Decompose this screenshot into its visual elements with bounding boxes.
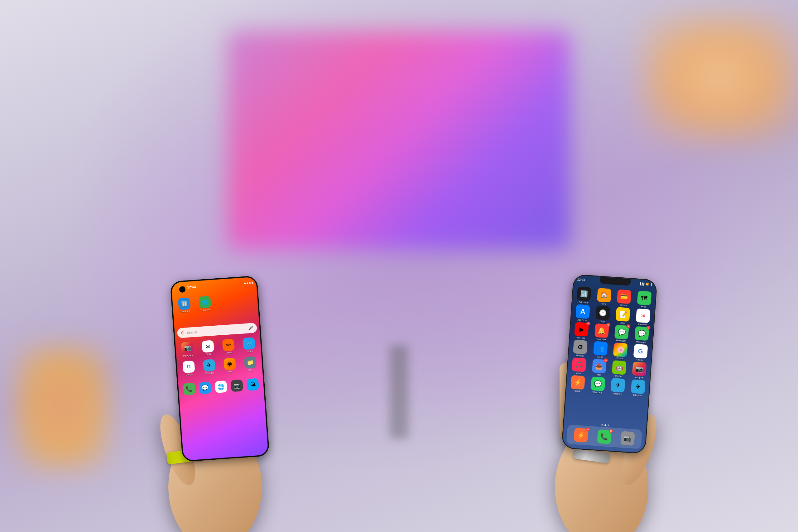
android-app-blur: ◉ Blur: [221, 358, 240, 373]
iphone-maps-label: Maps: [641, 305, 646, 308]
instagram-icon: 📷: [181, 342, 194, 354]
twitter-icon: 🐦: [243, 337, 255, 350]
iphone-notch: [600, 277, 631, 286]
android-app-files: 📁 Files: [241, 356, 260, 372]
messages-icon: 💬: [199, 381, 212, 394]
android-app-calculator: 🔢 Calculator: [175, 297, 194, 313]
iphone-stocard: 💳 Stocard: [614, 289, 634, 307]
reminders-badge: 85: [606, 323, 610, 327]
iphone-telegram2-label: Telegram: [633, 394, 642, 397]
iphone-calculator-label: Calculator: [578, 301, 589, 304]
iphone-maps: 🗺 Maps: [634, 290, 654, 308]
android-time: 12:33: [187, 285, 196, 289]
iphone-status-icons: ▐▐▐ 📶 🔋: [639, 282, 653, 286]
status-dot-4: [251, 282, 253, 283]
iphone-instagram: 📷 Instagram: [630, 362, 649, 379]
android-screen: 12:33 🔢 Calculator: [171, 277, 268, 461]
battery-icon: 🔋: [650, 283, 653, 286]
iphone-photos-icon: 🌸: [613, 343, 628, 357]
iphone-telegram-label: Telegram: [613, 392, 622, 395]
android-dock-weather: 🌤: [247, 378, 259, 391]
iphone-appstore-icon: A: [575, 304, 590, 319]
iphone-inbox: 📥 152 Inbox: [589, 359, 609, 377]
iphone-time: 12:33: [577, 278, 585, 282]
inbox-badge: 152: [604, 358, 608, 362]
iphone-dock-phone: 📞 14: [597, 430, 612, 444]
iphone-social-label: Social: [596, 356, 603, 358]
android-dock-messages: 💬: [199, 381, 212, 394]
google-icon: G: [182, 361, 195, 373]
iphone-whatsapp-icon: 💬: [591, 377, 605, 391]
iphone-calculator: 🔢 Calculator: [574, 286, 593, 304]
iphone-youtube-label: YouTube: [577, 336, 585, 339]
iphone-whatsapp: 💬 Whatsapp: [588, 377, 608, 394]
iphone-dock: ⚡ 114 📞 14 📷: [566, 424, 643, 449]
iphone-youtube-icon: ▶ 6: [574, 322, 589, 337]
iphone-google-icon: G: [633, 344, 648, 358]
weather-icon: 🌤: [247, 378, 259, 391]
iphone-droider-icon: 🤖: [612, 360, 627, 375]
iphone-reminders-label: Reminders: [596, 338, 606, 341]
iphone-settings: ⚙ Settings: [570, 339, 590, 357]
iphone-appstore-label: App Store: [577, 319, 587, 322]
iphone-reminders-icon: 🔔 85: [594, 323, 609, 338]
iphone-calendar-label: Calendar: [638, 323, 647, 326]
iphone-instagram-label: Instagram: [634, 376, 644, 379]
android-app-create: ✏ Create: [219, 339, 238, 354]
android-app-translator: 🌐 Translator: [195, 296, 214, 312]
iphone-settings-label: Settings: [576, 354, 584, 357]
iphone-settings-icon: ⚙: [573, 340, 588, 354]
dock-spark-badge: 114: [586, 427, 590, 431]
iphone-whatsapp-label: Whatsapp: [592, 391, 602, 394]
gmail-icon: ✉: [202, 340, 214, 353]
iphone-telegram-icon: ✈: [611, 378, 625, 393]
iphone-google: G Google: [631, 344, 650, 362]
dock-phone-badge: 14: [609, 429, 613, 433]
dock-phone-icon: 📞 14: [597, 430, 612, 444]
iphone-notes: 📝 Notes: [613, 307, 632, 325]
android-search-bar[interactable]: G Search 🎤: [177, 323, 258, 338]
files-label: Files: [248, 369, 253, 372]
dock-spark-icon: ⚡ 114: [574, 428, 589, 442]
page-dot-3: [608, 424, 609, 426]
iphone-dock-camera: 📷: [620, 431, 635, 446]
iphone-calculator-icon: 🔢: [577, 286, 591, 301]
android-content: 🔢 Calculator 🌐 Translator G Search: [172, 288, 268, 461]
left-hand-container: 12:33 🔢 Calculator: [150, 263, 281, 532]
android-app-twitter: 🐦 Twitter: [240, 337, 259, 353]
android-dock-phone: 📞: [183, 383, 196, 396]
iphone-droider: 🤖 Droider: [609, 360, 629, 378]
iphone-clock: 🕐 Clock: [593, 305, 612, 323]
iphone: 12:33 ▐▐▐ 📶 🔋 🔢 Calculator: [562, 274, 658, 454]
iphone-spark: ⚡ Spark: [568, 375, 588, 393]
android-app-gmail: ✉ Gmail: [198, 340, 217, 356]
iphone-telegram: ✈ Telegram: [608, 378, 627, 396]
background-left-blob: [16, 345, 109, 470]
calculator-label: Calculator: [180, 310, 190, 312]
android-top-apps: 🔢 Calculator 🌐 Translator: [175, 292, 255, 315]
background-monitor: [228, 31, 570, 249]
iphone-photos-label: Photos: [616, 357, 623, 360]
calculator-icon: 🔢: [178, 297, 191, 310]
iphone-telegram2-icon: ✈: [631, 379, 645, 394]
iphone-inbox-label: Inbox: [596, 373, 601, 376]
iphone-youtube: ▶ 6 YouTube: [572, 322, 591, 340]
android-app-instagram: 📷 Instagram: [178, 341, 197, 357]
iphone-calendar: 16 Calendar: [633, 308, 652, 326]
main-scene: 12:33 🔢 Calculator: [0, 0, 798, 532]
iphone-photos: 🌸 Photos: [611, 342, 630, 360]
iphone-calendar-icon: 16: [635, 308, 650, 323]
iphone-telegram2: ✈ Telegram: [628, 379, 648, 397]
dock-camera-icon: 📷: [620, 431, 635, 446]
messages-badge: 5: [626, 324, 630, 328]
iphone-music: 🎵 Music: [570, 357, 589, 375]
status-dot-2: [247, 282, 248, 284]
iphone-imessage-icon: 💬 11: [634, 326, 649, 341]
camera-icon: 📷: [231, 379, 244, 392]
page-dot-1: [601, 424, 603, 426]
blur-label: Blur: [228, 370, 232, 373]
android-camera-hole: [179, 286, 186, 293]
page-dot-2: [604, 424, 606, 426]
iphone-clock-icon: 🕐: [596, 306, 610, 320]
iphone-social: 👥 Social: [591, 341, 610, 359]
